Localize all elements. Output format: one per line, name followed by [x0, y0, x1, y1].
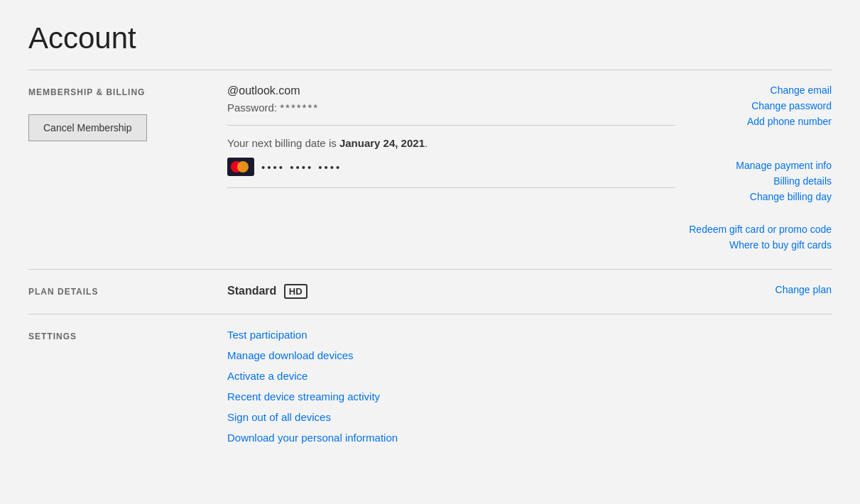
- change-email-link[interactable]: Change email: [675, 84, 832, 96]
- billing-date-prefix: Your next billing date is: [227, 137, 339, 149]
- password-row: Password: *******: [227, 102, 675, 114]
- gift-card-divider: [227, 187, 675, 188]
- card-row: •••• •••• ••••: [227, 158, 675, 176]
- password-dots: *******: [280, 102, 319, 114]
- membership-actions: Change email Change password Add phone n…: [675, 84, 832, 255]
- plan-label-col: PLAN DETAILS: [28, 284, 227, 300]
- card-number-dots: •••• •••• ••••: [261, 161, 342, 173]
- card-circle-right: [237, 161, 249, 172]
- membership-billing-section: MEMBERSHIP & BILLING Cancel Membership @…: [28, 70, 832, 269]
- plan-name: Standard: [227, 285, 276, 297]
- settings-link-4[interactable]: Sign out of all devices: [227, 411, 675, 423]
- plan-details-section: PLAN DETAILS Standard HD Change plan: [28, 269, 832, 314]
- settings-label-col: SETTINGS: [28, 329, 227, 452]
- cancel-membership-button[interactable]: Cancel Membership: [28, 114, 147, 141]
- change-plan-link[interactable]: Change plan: [675, 284, 832, 295]
- where-to-buy-link[interactable]: Where to buy gift cards: [675, 239, 832, 251]
- plan-section-label: PLAN DETAILS: [28, 284, 227, 297]
- settings-link-3[interactable]: Recent device streaming activity: [227, 390, 675, 402]
- settings-link-0[interactable]: Test participation: [227, 329, 675, 341]
- membership-content: @outlook.com Password: ******* Your next…: [227, 84, 675, 255]
- redeem-gift-card-link[interactable]: Redeem gift card or promo code: [675, 224, 832, 235]
- membership-section-label: MEMBERSHIP & BILLING: [28, 84, 227, 97]
- billing-divider: [227, 125, 675, 126]
- password-label: Password:: [227, 102, 277, 114]
- mastercard-icon: [227, 158, 254, 176]
- settings-actions: [675, 329, 832, 452]
- membership-label-col: MEMBERSHIP & BILLING Cancel Membership: [28, 84, 227, 255]
- hd-badge: HD: [284, 284, 307, 299]
- change-password-link[interactable]: Change password: [675, 100, 832, 111]
- settings-section: SETTINGS Test participationManage downlo…: [28, 314, 832, 466]
- settings-link-5[interactable]: Download your personal information: [227, 432, 675, 444]
- page-title: Account: [28, 21, 832, 55]
- settings-link-1[interactable]: Manage download devices: [227, 349, 675, 361]
- settings-link-2[interactable]: Activate a device: [227, 370, 675, 382]
- billing-date-text: Your next billing date is January 24, 20…: [227, 137, 675, 149]
- plan-actions: Change plan: [675, 284, 832, 300]
- plan-content: Standard HD: [227, 284, 675, 300]
- change-billing-day-link[interactable]: Change billing day: [675, 191, 832, 202]
- billing-details-link[interactable]: Billing details: [675, 175, 832, 187]
- billing-date-suffix: .: [425, 137, 428, 149]
- manage-payment-link[interactable]: Manage payment info: [675, 160, 832, 171]
- billing-date-value: January 24, 2021: [339, 137, 425, 149]
- add-phone-link[interactable]: Add phone number: [675, 116, 832, 127]
- page-container: Account MEMBERSHIP & BILLING Cancel Memb…: [0, 0, 860, 488]
- settings-content: Test participationManage download device…: [227, 329, 675, 452]
- email-display: @outlook.com: [227, 84, 675, 97]
- settings-section-label: SETTINGS: [28, 329, 227, 341]
